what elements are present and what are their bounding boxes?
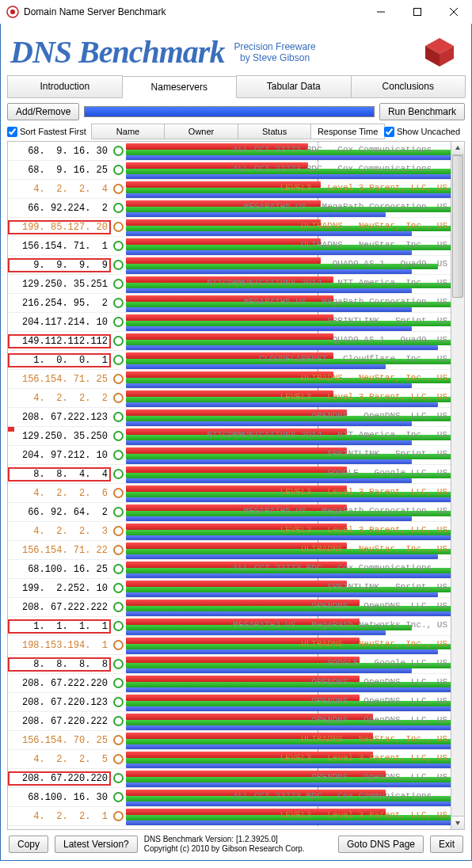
red-bar [126, 257, 321, 264]
footer-version: DNS Benchmark Version: [1.2.3925.0]Copyr… [144, 835, 332, 854]
status-indicator [113, 374, 124, 384]
add-remove-button[interactable]: Add/Remove [7, 103, 79, 120]
table-row[interactable]: 4. 2. 2. 5LEVEL3 - Level 3 Parent, LLC, … [8, 750, 451, 769]
table-row[interactable]: 199. 2.252. 10SPRINTLINK - Sprint, US [8, 579, 451, 598]
table-row[interactable]: 68. 9. 16. 25ALL-CCI-22773-RDC - Cox Com… [8, 161, 451, 180]
exit-button[interactable]: Exit [430, 836, 463, 853]
table-row[interactable]: 204. 97.212. 10SPRINTLINK - Sprint, US [8, 446, 451, 465]
table-row[interactable]: 129.250. 35.250NTTCOMMUNICATIONS-2914 - … [8, 427, 451, 446]
ip-address: 156.154. 71. 22 [8, 545, 111, 556]
table-row[interactable]: 68.100. 16. 30ALL-CCI-22773-RDC - Cox Co… [8, 788, 451, 807]
table-row[interactable]: 8. 8. 8. 8GOOGLE - Google LLC, US [8, 655, 451, 674]
table-row[interactable]: 156.154. 71. 22ULTRADNS - NeuStar, Inc.,… [8, 541, 451, 560]
column-tabs: NameOwnerStatusResponse Time [91, 124, 384, 139]
blue-bar [126, 497, 451, 502]
table-row[interactable]: 66. 92. 64. 2MEGAPATH5-US - MegaPath Cor… [8, 503, 451, 522]
status-indicator [113, 659, 124, 669]
response-bars: CLOUDFLARENET - Cloudflare, Inc., US [126, 351, 451, 370]
copy-button[interactable]: Copy [9, 836, 48, 853]
ip-address: 4. 2. 2. 5 [8, 754, 111, 765]
status-indicator [113, 298, 124, 308]
ip-address: 208. 67.222.123 [8, 412, 111, 423]
table-row[interactable]: 208. 67.220.222OPENDNS - OpenDNS, LLC, U… [8, 712, 451, 731]
table-row[interactable]: 4. 2. 2. 1LEVEL3 - Level 3 Parent, LLC, … [8, 807, 451, 826]
response-bars: SPRINTLINK - Sprint, US [126, 313, 451, 332]
table-row[interactable]: 156.154. 71. 1ULTRADNS - NeuStar, Inc., … [8, 237, 451, 256]
ip-address: 199. 2.252. 10 [8, 583, 111, 594]
ip-address: 156.154. 70. 25 [8, 735, 111, 746]
scroll-up-button[interactable] [451, 142, 464, 155]
ip-address: 4. 2. 2. 2 [8, 393, 111, 404]
table-row[interactable]: 1. 0. 0. 1CLOUDFLARENET - Cloudflare, In… [8, 351, 451, 370]
table-row[interactable]: 1. 1. 1. 1MEGAPATH2-US - MegaPath Networ… [8, 617, 451, 636]
status-indicator [113, 469, 124, 479]
table-row[interactable]: 208. 67.220.123OPENDNS - OpenDNS, LLC, U… [8, 693, 451, 712]
blue-bar [126, 820, 451, 825]
table-row[interactable]: 208. 67.222.222OPENDNS - OpenDNS, LLC, U… [8, 598, 451, 617]
response-bars: ULTRADNS - NeuStar, Inc., US [126, 370, 451, 389]
ip-address: 4. 2. 2. 1 [8, 811, 111, 822]
table-row[interactable]: 4. 2. 2. 4LEVEL3 - Level 3 Parent, LLC, … [8, 180, 451, 199]
goto-dns-button[interactable]: Goto DNS Page [338, 836, 424, 853]
scroll-down-button[interactable] [451, 816, 464, 829]
close-button[interactable] [436, 0, 472, 24]
column-tab-status[interactable]: Status [238, 124, 312, 139]
table-row[interactable]: 149.112.112.112QUAD9-AS-1 - Quad9, US [8, 332, 451, 351]
vertical-scrollbar[interactable] [451, 141, 465, 830]
response-bars: MEGAPATH5-US - MegaPath Corporation, US [126, 503, 451, 522]
red-bar [126, 314, 333, 321]
table-row[interactable]: 208. 67.220.220OPENDNS - OpenDNS, LLC, U… [8, 769, 451, 788]
status-indicator [113, 222, 124, 232]
tab-introduction[interactable]: Introduction [7, 75, 123, 97]
ip-address: 208. 67.220.123 [8, 697, 111, 708]
response-bars: ALL-CCI-22773-RDC - Cox Communications..… [126, 161, 451, 180]
table-row[interactable]: 68.100. 16. 25ALL-CCI-22773-RDC - Cox Co… [8, 560, 451, 579]
blue-bar [126, 706, 451, 711]
tab-conclusions[interactable]: Conclusions [351, 75, 466, 97]
svg-rect-3 [414, 9, 421, 16]
table-row[interactable]: 204.117.214. 10SPRINTLINK - Sprint, US [8, 313, 451, 332]
table-row[interactable]: 8. 8. 4. 4GOOGLE - Google LLC, US [8, 465, 451, 484]
table-row[interactable]: 9. 9. 9. 9QUAD9-AS-1 - Quad9, US [8, 256, 451, 275]
table-row[interactable]: 199. 85.127. 20ULTRADNS - NeuStar, Inc.,… [8, 218, 451, 237]
table-row[interactable]: 4. 2. 2. 6LEVEL3 - Level 3 Parent, LLC, … [8, 484, 451, 503]
status-indicator [113, 697, 124, 707]
status-indicator [113, 260, 124, 270]
response-bars: ULTRADNS - NeuStar, Inc., US [126, 636, 451, 655]
blue-bar [126, 364, 386, 369]
table-row[interactable]: 156.154. 71. 25ULTRADNS - NeuStar, Inc.,… [8, 370, 451, 389]
blue-bar [126, 402, 438, 407]
tab-nameservers[interactable]: Nameservers [122, 76, 238, 98]
response-bars: ALL-CCI-22773-RDC - Cox Communications..… [126, 788, 451, 807]
table-row[interactable]: 216.254. 95. 2MEGAPATH5-US - MegaPath Co… [8, 294, 451, 313]
status-indicator [113, 279, 124, 289]
server-description: OPENDNS - OpenDNS, LLC, US [311, 601, 447, 611]
ip-address: 208. 67.222.220 [8, 678, 111, 689]
ip-address: 129.250. 35.250 [8, 431, 111, 442]
column-tab-owner[interactable]: Owner [164, 124, 238, 139]
latest-version-button[interactable]: Latest Version? [55, 836, 138, 853]
ip-address: 66. 92. 64. 2 [8, 507, 111, 518]
table-row[interactable]: 4. 2. 2. 3LEVEL3 - Level 3 Parent, LLC, … [8, 522, 451, 541]
table-row[interactable]: 129.250. 35.251NTTCOMMUNICATIONS-2914 - … [8, 275, 451, 294]
show-uncached-checkbox[interactable]: Show Uncached [384, 127, 460, 137]
table-row[interactable]: 208. 67.222.123OPENDNS - OpenDNS, LLC, U… [8, 408, 451, 427]
maximize-button[interactable] [399, 0, 436, 24]
table-row[interactable]: 156.154. 70. 25ULTRADNS - NeuStar, Inc.,… [8, 731, 451, 750]
column-tab-name[interactable]: Name [91, 124, 166, 139]
response-bars: MEGAPATH5-US - MegaPath Corporation, US [126, 294, 451, 313]
table-row[interactable]: 208. 67.222.220OPENDNS - OpenDNS, LLC, U… [8, 674, 451, 693]
minimize-button[interactable] [363, 0, 399, 24]
tab-tabular-data[interactable]: Tabular Data [236, 75, 352, 97]
table-row[interactable]: 66. 92.224. 2MEGAPATH5-US - MegaPath Cor… [8, 199, 451, 218]
run-benchmark-button[interactable]: Run Benchmark [379, 103, 465, 120]
response-bars: OPENDNS - OpenDNS, LLC, US [126, 769, 451, 788]
blue-bar [126, 326, 412, 331]
column-tab-response-time[interactable]: Response Time [310, 124, 385, 139]
blue-bar [126, 554, 438, 559]
scrollbar-thumb[interactable] [452, 155, 463, 298]
table-row[interactable]: 68. 9. 16. 30ALL-CCI-22773-RDC - Cox Com… [8, 142, 451, 161]
table-row[interactable]: 4. 2. 2. 2LEVEL3 - Level 3 Parent, LLC, … [8, 389, 451, 408]
sort-fastest-checkbox[interactable]: Sort Fastest First [7, 127, 86, 137]
table-row[interactable]: 198.153.194. 1ULTRADNS - NeuStar, Inc., … [8, 636, 451, 655]
